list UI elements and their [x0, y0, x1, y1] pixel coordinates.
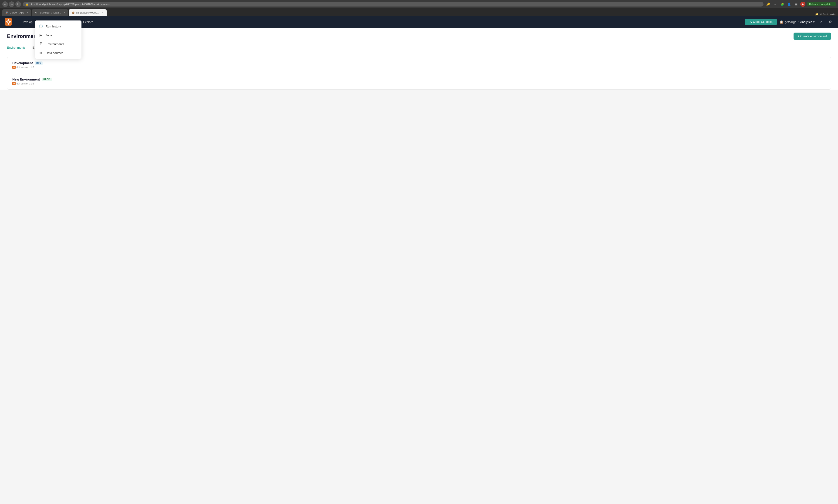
lock-icon: 🔒	[25, 3, 29, 5]
password-manager-icon[interactable]: 🔑	[765, 1, 771, 7]
env-new-environment-dbt-icon	[12, 82, 16, 85]
dropdown-data-sources-label: Data sources	[46, 51, 64, 55]
play-icon: ▶	[39, 33, 43, 37]
nav-explore[interactable]: Explore	[81, 19, 96, 25]
create-environment-button[interactable]: + Create environment	[794, 33, 831, 40]
page-header: Environments + Create environment	[0, 28, 838, 40]
env-new-environment-name: New Environment	[12, 77, 40, 81]
back-button[interactable]: ←	[2, 1, 8, 7]
tab-2-close[interactable]: ✕	[63, 11, 66, 14]
dropdown-jobs[interactable]: ▶ Jobs	[35, 31, 82, 39]
env-development-dbt-icon	[12, 66, 16, 69]
datasource-icon: ⊕	[39, 51, 43, 55]
env-new-environment-info: New Environment PROD dbt version: 1.6	[12, 77, 52, 85]
nav-right: Try Cloud CLI (beta) 📋 getcargo / Analyt…	[745, 19, 833, 25]
dbt-logo[interactable]	[5, 18, 12, 25]
dbt-logo-icon	[5, 18, 12, 25]
main-content: Environments + Create environment Enviro…	[0, 28, 838, 90]
bookmarks-folder-icon: 📁	[815, 13, 818, 16]
extensions-icon[interactable]: 🧩	[779, 1, 785, 7]
tab-2-label: "ui:widget": "Data...	[39, 11, 61, 14]
tab-2[interactable]: ⚙ "ui:widget": "Data... ✕	[32, 9, 68, 16]
tab-3-favicon: 📦	[71, 11, 75, 14]
tab-1-label: Cargo – App	[10, 11, 24, 14]
sidebar-icon[interactable]: ▣	[793, 1, 799, 7]
settings-button[interactable]: ⚙	[827, 19, 833, 25]
svg-point-9	[14, 83, 14, 84]
breadcrumb-chevron: ▾	[813, 20, 815, 24]
browser-actions: 🔑 ☆ 🧩 👤 ▣ A Relaunch to update ↑	[765, 1, 836, 7]
reload-button[interactable]: ↻	[15, 1, 21, 7]
dropdown-run-history[interactable]: 🕐 Run history	[35, 22, 82, 31]
env-new-environment-badge: PROD	[42, 78, 52, 81]
try-cli-button[interactable]: Try Cloud CLI (beta)	[745, 19, 777, 25]
environments-list: Development DEV dbt version: 1.6 New Env…	[7, 57, 831, 90]
tab-3-close[interactable]: ✕	[102, 11, 104, 14]
dropdown-environments[interactable]: 🗄 Environments	[35, 39, 82, 49]
nav-develop[interactable]: Develop	[19, 19, 35, 25]
forward-button[interactable]: →	[9, 1, 14, 7]
breadcrumb-account[interactable]: getcargo	[785, 20, 797, 24]
tab-1-favicon: 🚀	[5, 11, 8, 14]
env-new-environment-header: New Environment PROD	[12, 77, 52, 81]
browser-tabs: 🚀 Cargo – App ✕ ⚙ "ui:widget": "Data... …	[0, 8, 838, 16]
bookmarks-label: All Bookmarks	[819, 13, 836, 16]
profiles-icon[interactable]: 👤	[786, 1, 792, 7]
tab-1[interactable]: 🚀 Cargo – App ✕	[2, 9, 31, 16]
svg-point-7	[14, 67, 14, 68]
env-new-environment-details: dbt version: 1.6	[12, 82, 52, 85]
browser-nav-buttons: ← → ↻	[2, 1, 21, 7]
svg-point-3	[10, 21, 11, 22]
svg-point-4	[8, 23, 9, 25]
bookmarks-area: 📁 All Bookmarks	[815, 13, 836, 16]
dropdown-data-sources[interactable]: ⊕ Data sources	[35, 49, 82, 57]
bookmark-star-icon[interactable]: ☆	[772, 1, 778, 7]
tab-1-close[interactable]: ✕	[26, 11, 29, 14]
env-development-header: Development DEV	[12, 61, 42, 65]
env-development[interactable]: Development DEV dbt version: 1.6	[7, 57, 831, 73]
dropdown-jobs-label: Jobs	[46, 34, 52, 37]
breadcrumb: 📋 getcargo / Analytics ▾	[780, 20, 815, 24]
env-new-environment[interactable]: New Environment PROD dbt version: 1.6	[7, 73, 831, 89]
breadcrumb-separator: /	[798, 20, 799, 24]
browser-chrome: ← → ↻ 🔒 https://cloud.getdbt.com/deploy/…	[0, 0, 838, 8]
env-development-badge: DEV	[35, 61, 43, 65]
tab-3[interactable]: 📦 cargo/apps/webAp... ✕	[69, 9, 107, 16]
breadcrumb-account-icon: 📋	[780, 20, 783, 24]
app-nav: Develop Deploy ▾ Documentation Explore T…	[0, 16, 838, 28]
url-text: https://cloud.getdbt.com/deploy/208722/p…	[30, 3, 109, 5]
user-avatar[interactable]: A	[800, 2, 805, 7]
tab-3-label: cargo/apps/webAp...	[76, 11, 100, 14]
deploy-dropdown: 🕐 Run history ▶ Jobs 🗄 Environments ⊕ Da…	[35, 20, 82, 59]
clock-icon: 🕐	[39, 24, 43, 29]
breadcrumb-project[interactable]: Analytics ▾	[800, 20, 815, 24]
database-icon: 🗄	[39, 42, 43, 46]
tab-environments[interactable]: Environments	[7, 43, 25, 52]
svg-point-1	[7, 21, 9, 23]
address-bar[interactable]: 🔒 https://cloud.getdbt.com/deploy/208722…	[23, 2, 764, 6]
content-tabs: Environments Environment variables ?	[0, 43, 838, 52]
relaunch-button[interactable]: Relaunch to update ↑	[807, 2, 836, 6]
env-development-name: Development	[12, 61, 33, 65]
dropdown-run-history-label: Run history	[46, 25, 61, 28]
env-development-details: dbt version: 1.6	[12, 66, 42, 69]
svg-point-2	[8, 19, 9, 20]
svg-point-5	[5, 21, 7, 22]
tab-2-favicon: ⚙	[34, 11, 38, 14]
env-development-info: Development DEV dbt version: 1.6	[12, 61, 42, 69]
help-button[interactable]: ?	[818, 19, 824, 25]
env-development-version: dbt version: 1.6	[17, 66, 34, 69]
dropdown-environments-label: Environments	[46, 42, 64, 46]
env-new-environment-version: dbt version: 1.6	[17, 82, 34, 85]
